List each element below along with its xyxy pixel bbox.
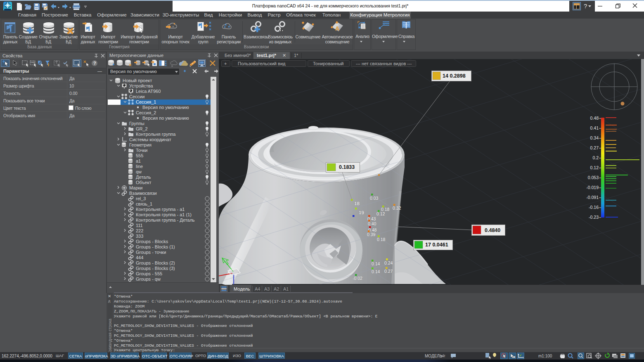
svg-text:Groups - Blocks (1): Groups - Blocks (1) [136, 244, 175, 249]
svg-text:aʫ: aʫ [441, 354, 445, 358]
svg-text:0.1833: 0.1833 [339, 164, 355, 170]
svg-text:Геометрия: Геометрия [129, 142, 152, 147]
svg-text:Версия по умолчанию: Версия по умолчанию [142, 105, 189, 110]
svg-text:A: A [335, 25, 339, 32]
svg-text:Взаимосвязи: Взаимосвязи [244, 45, 269, 49]
svg-text:-0.091: -0.091 [586, 195, 599, 200]
svg-text:Версия по умолчанию: Версия по умолчанию [142, 116, 189, 121]
svg-text:0.41: 0.41 [590, 125, 599, 130]
svg-text:Тонированный: Тонированный [313, 61, 343, 66]
svg-text:Сессия_1: Сессия_1 [136, 99, 156, 104]
svg-text:-0.02: -0.02 [353, 276, 362, 281]
svg-text:Контрольня группа: Контрольня группа [136, 132, 176, 137]
svg-text:111: 111 [136, 223, 143, 228]
svg-text:?: ? [584, 2, 587, 9]
svg-text:0.2: 0.2 [592, 155, 599, 160]
svg-text:0.48: 0.48 [590, 116, 599, 121]
svg-text:Марки: Марки [129, 185, 142, 190]
svg-text:Сессия_2: Сессия_2 [136, 110, 156, 115]
svg-text:0.40: 0.40 [368, 221, 376, 226]
svg-text:0.053: 0.053 [588, 175, 599, 180]
svg-text:Groups - Blocks: Groups - Blocks [136, 239, 168, 244]
svg-text:333: 333 [136, 234, 143, 239]
svg-text:Точки: Точки [136, 148, 147, 153]
svg-text:Взаимосвязи: Взаимосвязи [129, 191, 157, 196]
svg-text:0.27: 0.27 [384, 269, 393, 274]
svg-text:444: 444 [136, 255, 143, 260]
svg-text:0.27: 0.27 [590, 145, 599, 150]
svg-text:Контрольня группа - Деталь: Контрольня группа - Деталь [136, 218, 195, 222]
svg-text:0.12: 0.12 [590, 165, 599, 170]
svg-text:Новый проект: Новый проект [123, 78, 152, 83]
svg-text:Устройства: Устройства [129, 83, 153, 88]
svg-text:0.14: 0.14 [372, 261, 380, 266]
svg-text:Groups - qw: Groups - qw [136, 277, 161, 282]
svg-text:0.03: 0.03 [370, 196, 379, 201]
svg-text:0.12: 0.12 [376, 211, 385, 216]
svg-text:Геометрия: Геометрия [109, 45, 129, 49]
svg-text:+: + [224, 61, 227, 66]
svg-text:Системы координат: Системы координат [129, 137, 171, 142]
svg-text:Объект: Объект [136, 180, 151, 185]
svg-text:555: 555 [136, 153, 143, 158]
svg-text:222: 222 [136, 228, 143, 233]
svg-text:14 0.2898: 14 0.2898 [443, 73, 466, 79]
svg-text:-0.019: -0.019 [586, 185, 599, 190]
svg-text:line: line [136, 164, 143, 169]
svg-text:Groups - 555: Groups - 555 [136, 271, 162, 276]
svg-text:0.39: 0.39 [367, 232, 376, 237]
svg-text:связь_1: связь_1 [136, 201, 152, 206]
svg-text:Groups - Blocks (2): Groups - Blocks (2) [136, 260, 175, 265]
svg-text:a1: a1 [136, 159, 141, 163]
svg-text:17 0.0461: 17 0.0461 [425, 242, 448, 248]
svg-text:?: ? [93, 61, 96, 66]
svg-text:Деталь: Деталь [136, 175, 151, 180]
svg-text:0.18: 0.18 [377, 237, 386, 242]
svg-text:Leica AT960: Leica AT960 [136, 89, 161, 94]
svg-text:0.14: 0.14 [372, 269, 380, 274]
svg-text:Контрольня группа - a1 (1): Контрольня группа - a1 (1) [136, 212, 192, 217]
svg-text:-0.16: -0.16 [589, 205, 599, 210]
svg-text:rel_3: rel_3 [136, 196, 146, 201]
svg-text:Контрольня группа - a1: Контрольня группа - a1 [136, 207, 185, 212]
svg-text:19: 19 [359, 210, 364, 215]
svg-text:Пользовательский вид: Пользовательский вид [238, 61, 286, 66]
svg-text:Groups - точки: Groups - точки [136, 250, 166, 255]
svg-text:Groups - Blocks (3): Groups - Blocks (3) [136, 266, 175, 271]
svg-text:-0.23: -0.23 [589, 215, 599, 220]
svg-text:База данных: База данных [27, 45, 52, 49]
svg-text:0.32: 0.32 [393, 206, 401, 211]
svg-text:Сессии: Сессии [129, 94, 144, 99]
svg-text:--- нет связанных видов ---: --- нет связанных видов --- [356, 61, 412, 66]
svg-text:Группы: Группы [129, 121, 144, 126]
svg-text:18: 18 [354, 201, 360, 206]
svg-text:НАБ: НАБ [31, 61, 35, 64]
svg-text:0.34: 0.34 [590, 135, 599, 140]
svg-text:0.4840: 0.4840 [485, 227, 500, 233]
svg-text:0.24: 0.24 [384, 260, 393, 265]
svg-text:GR_2: GR_2 [136, 126, 148, 131]
svg-text:qw: qw [136, 169, 142, 174]
